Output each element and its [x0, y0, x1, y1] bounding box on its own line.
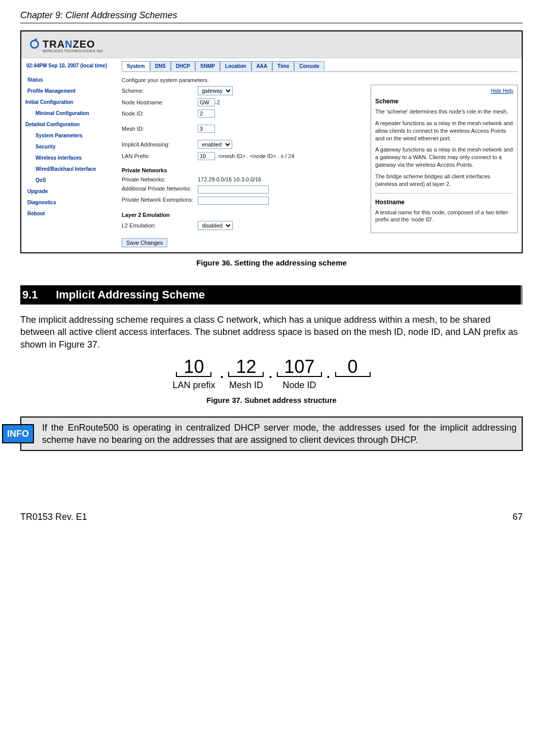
help-p1: The 'scheme' determines this node's role… [375, 108, 513, 116]
dot-icon: . [323, 363, 334, 385]
tab-row: System DNS DHCP SNMP Location AAA Time C… [122, 61, 518, 71]
sidebar-heading-detailed: Detailed Configuration [25, 119, 118, 130]
tab-dns[interactable]: DNS [150, 61, 171, 71]
page-footer: TR0153 Rev. E1 67 [20, 512, 523, 522]
figure36-caption: Figure 36. Setting the addressing scheme [20, 258, 523, 267]
footer-left: TR0153 Rev. E1 [20, 512, 87, 522]
info-callout: INFO If the EnRoute500 is operating in c… [20, 417, 523, 451]
sidebar-item-wired[interactable]: Wired/Backhaul Interface [25, 164, 118, 175]
section-bar: 9.1 Implicit Addressing Scheme [20, 285, 523, 305]
tab-snmp[interactable]: SNMP [195, 61, 220, 71]
octet-1: 10 [176, 358, 211, 377]
tab-time[interactable]: Time [272, 61, 294, 71]
apn-input[interactable] [198, 185, 269, 194]
logo-subtitle: WIRELESS TECHNOLOGIES INC. [43, 49, 105, 53]
tranzeo-logo: TRANZEO WIRELESS TECHNOLOGIES INC. [27, 39, 105, 53]
octet-1-label: LAN prefix [172, 380, 215, 391]
sidebar-item-system[interactable]: System Parameters [25, 130, 118, 141]
help-p3: A gateway functions as a relay in the me… [375, 146, 513, 169]
hide-help-link[interactable]: Hide Help [375, 88, 513, 94]
header-rule [20, 23, 523, 23]
pn-value: 172.29.0.0/16 10.3.0.0/16 [198, 176, 261, 182]
octet-2-label: Mesh ID [229, 380, 263, 391]
pne-label: Private Network Exemptions: [122, 197, 198, 203]
save-button[interactable]: Save Changes [122, 238, 167, 247]
octet-3: 107 [277, 358, 321, 377]
lanprefix-label: LAN Prefix: [122, 153, 198, 159]
meshid-label: Mesh ID: [122, 126, 198, 132]
tab-console[interactable]: Console [294, 61, 324, 71]
help-scheme-heading: Scheme [375, 98, 513, 105]
l2-heading: Layer 2 Emulation [122, 212, 314, 218]
section-number: 9.1 [22, 288, 53, 301]
scheme-select[interactable]: gateway [198, 86, 233, 95]
body-paragraph: The implicit addressing scheme requires … [20, 314, 523, 351]
octet-3-label: Node ID [283, 380, 316, 391]
sidebar-item-reboot[interactable]: Reboot [25, 208, 118, 219]
help-panel: Hide Help Scheme The 'scheme' determines… [371, 85, 518, 233]
sidebar-heading-initial: Initial Configuration [25, 97, 118, 108]
scheme-label: Scheme: [122, 88, 198, 94]
implicit-label: Implicit Addressing: [122, 141, 198, 147]
tab-dhcp[interactable]: DHCP [171, 61, 195, 71]
hostname-label: Node Hostname: [122, 99, 198, 105]
meshid-input[interactable] [198, 125, 215, 133]
logo-post: ZEO [73, 39, 95, 50]
svg-point-0 [31, 41, 39, 48]
dot-icon: . [265, 363, 276, 385]
sidebar-item-wireless[interactable]: Wireless Interfaces [25, 153, 118, 164]
sidebar-item-minimal[interactable]: Minimal Configuration [25, 108, 118, 119]
logo-swirl-icon [27, 39, 42, 53]
l2-label: L2 Emulation: [122, 222, 198, 229]
apn-label: Additional Private Networks: [122, 185, 198, 192]
tab-aaa[interactable]: AAA [251, 61, 273, 71]
help-hostname-heading: Hostname [375, 199, 513, 206]
help-p2: A repeater functions as a relay in the m… [375, 120, 513, 142]
implicit-select[interactable]: enabled [198, 140, 232, 149]
subnet-figure: 10 LAN prefix . 12 Mesh ID . 107 Node ID… [20, 358, 523, 391]
octet-2: 12 [228, 358, 264, 377]
lanprefix-suffix: . <mesh ID> . <node ID> . x / 24 [215, 153, 295, 159]
info-text: If the EnRoute500 is operating in centra… [37, 418, 522, 450]
logo-pre: TRA [43, 39, 65, 50]
nodeid-label: Node ID: [122, 110, 198, 117]
help-p5: A textual name for this node, composed o… [375, 209, 513, 224]
tab-underline [122, 71, 518, 72]
sidebar-item-qos[interactable]: QoS [25, 175, 118, 186]
private-networks-heading: Private Networks [122, 167, 314, 173]
pn-label: Private Networks: [122, 176, 198, 182]
lanprefix-input[interactable] [198, 152, 215, 160]
tab-system[interactable]: System [122, 61, 150, 71]
screenshot-figure: TRANZEO WIRELESS TECHNOLOGIES INC. 02:44… [20, 30, 523, 253]
logo-z: N [65, 39, 73, 50]
sidebar-item-security[interactable]: Security [25, 141, 118, 153]
tab-location[interactable]: Location [220, 61, 251, 71]
screenshot-topbar: TRANZEO WIRELESS TECHNOLOGIES INC. [21, 31, 522, 58]
logo-text: TRANZEO [43, 39, 95, 50]
l2-select[interactable]: disabled [198, 221, 233, 230]
info-badge: INFO [2, 424, 34, 443]
sidebar-item-diagnostics[interactable]: Diagnostics [25, 197, 118, 208]
dot-icon: . [216, 363, 227, 385]
help-p4: The bridge scheme bridges all client int… [375, 173, 513, 188]
octet-4: 0 [335, 358, 371, 377]
hostname-suffix: -2 [215, 99, 220, 105]
pne-input[interactable] [198, 197, 269, 205]
sidebar-item-upgrade[interactable]: Upgrade [25, 186, 118, 197]
footer-right: 67 [513, 512, 523, 522]
form-intro: Configure your system parameters. [122, 77, 209, 83]
sidebar: 02:44PM Sep 10, 2007 (local time) Status… [21, 58, 118, 252]
sidebar-date: 02:44PM Sep 10, 2007 (local time) [25, 62, 118, 69]
main-panel: System DNS DHCP SNMP Location AAA Time C… [118, 58, 522, 252]
sidebar-item-profile[interactable]: Profile Management [25, 86, 118, 97]
nodeid-input[interactable] [198, 109, 215, 118]
hostname-input[interactable] [198, 98, 215, 106]
sidebar-item-status[interactable]: Status [25, 74, 118, 86]
section-title: Implicit Addressing Scheme [56, 288, 205, 301]
figure37-caption: Figure 37. Subnet address structure [20, 396, 523, 404]
chapter-title: Chapter 9: Client Addressing Schemes [20, 10, 523, 21]
